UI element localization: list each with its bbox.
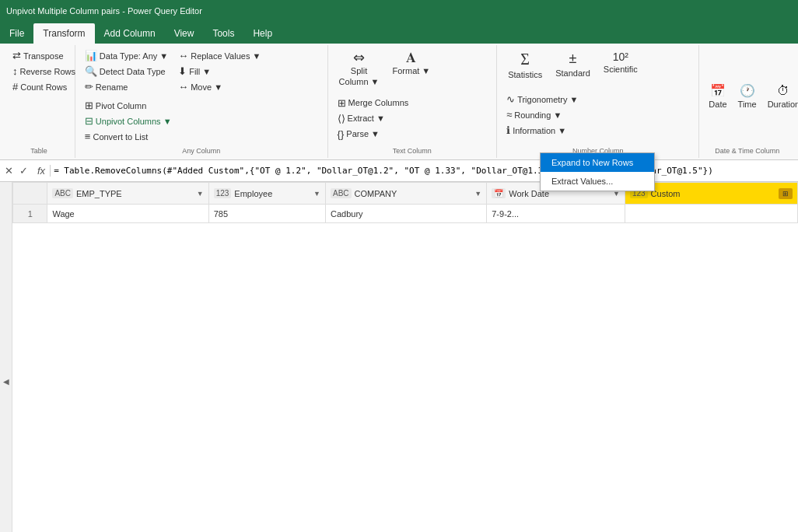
- merge-icon: ⊞: [338, 97, 346, 109]
- detect-icon: 🔍: [85, 65, 97, 77]
- custom-cell-1: [625, 205, 797, 223]
- left-panel-toggle[interactable]: ◀: [0, 182, 12, 532]
- text-col2: 𝐀 Format ▼: [386, 47, 436, 93]
- parse-button[interactable]: {} Parse ▼: [334, 127, 412, 142]
- data-type-icon: 📊: [85, 50, 97, 61]
- formula-text: = Table.RemoveColumns(#"Added Custom",{"…: [54, 166, 795, 176]
- rounding-icon: ≈: [506, 109, 512, 121]
- num-col2: ± Standard: [549, 47, 597, 89]
- format-button[interactable]: 𝐀 Format ▼: [387, 48, 435, 78]
- any-column-buttons: 📊 Data Type: Any ▼ 🔍 Detect Data Type ✏ …: [80, 47, 323, 145]
- fill-icon: ⬇: [178, 65, 187, 77]
- statistics-button[interactable]: Σ Statistics: [503, 48, 547, 82]
- table-row: 1 Wage 785 Cadbury 7-9-2...: [13, 205, 798, 223]
- convert-icon: ≡: [85, 131, 91, 142]
- tab-add-column[interactable]: Add Column: [95, 23, 165, 44]
- count-rows-icon: #: [12, 81, 18, 93]
- date-button[interactable]: 📅 Date: [704, 82, 731, 110]
- employee-filter[interactable]: ▼: [313, 190, 320, 198]
- extract-button[interactable]: ⟨⟩ Extract ▼: [334, 111, 412, 126]
- company-filter[interactable]: ▼: [474, 190, 481, 198]
- count-rows-button[interactable]: # Count Rows: [9, 79, 79, 94]
- ribbon: ⇄ Transpose ↕ Reverse Rows # Count Rows …: [0, 44, 798, 160]
- trigonometry-button[interactable]: ∿ Trigonometry ▼: [503, 92, 581, 107]
- convert-to-list-button[interactable]: ≡ Convert to List: [82, 129, 175, 144]
- data-type-button[interactable]: 📊 Data Type: Any ▼: [82, 48, 171, 63]
- text-col3: ⊞ Merge Columns ⟨⟩ Extract ▼ {} Parse ▼: [333, 94, 414, 146]
- tab-tools[interactable]: Tools: [203, 23, 243, 44]
- rename-button[interactable]: ✏ Rename: [82, 79, 171, 94]
- extract-icon: ⟨⟩: [338, 113, 345, 124]
- unpivot-columns-button[interactable]: ⊟ Unpivot Columns ▼: [82, 114, 175, 128]
- employee-header: 123 Employee ▼: [208, 183, 325, 205]
- info-icon: ℹ: [506, 124, 510, 136]
- emp-type-type-icon: ABC: [52, 188, 73, 198]
- title-bar: Unpivot Multiple Column pairs - Power Qu…: [0, 0, 798, 22]
- fill-button[interactable]: ⬇ Fill ▼: [175, 64, 264, 79]
- title-text: Unpivot Multiple Column pairs - Power Qu…: [6, 6, 202, 16]
- merge-columns-button[interactable]: ⊞ Merge Columns: [334, 96, 412, 110]
- main-area: ◀ ABC EMP_TYPE ▼ 123: [0, 182, 798, 532]
- text-col1: ⇔ Split Column ▼: [333, 47, 386, 93]
- table-col: ⇄ Transpose ↕ Reverse Rows # Count Rows: [8, 47, 80, 145]
- date-time-buttons: 📅 Date 🕐 Time ⏱ Duration: [704, 47, 798, 145]
- reverse-rows-button[interactable]: ↕ Reverse Rows: [9, 64, 79, 79]
- replace-values-button[interactable]: ↔ Replace Values ▼: [175, 48, 264, 63]
- split-column-button[interactable]: ⇔ Split Column ▼: [334, 48, 384, 89]
- extract-values-item[interactable]: Extract Values...: [541, 172, 654, 191]
- information-button[interactable]: ℹ Information ▼: [503, 123, 581, 138]
- trig-icon: ∿: [506, 93, 515, 105]
- pivot-column-button[interactable]: ⊞ Pivot Column: [82, 98, 175, 113]
- company-label: COMPANY: [355, 189, 397, 198]
- cancel-formula-icon[interactable]: ✕: [3, 163, 15, 178]
- standard-button[interactable]: ± Standard: [551, 48, 595, 80]
- number-column-group: Σ Statistics ± Standard 10² Scientific ∿: [497, 45, 699, 158]
- number-column-buttons: Σ Statistics ± Standard 10² Scientific ∿: [502, 47, 694, 145]
- work-date-type-icon: 📅: [492, 188, 506, 198]
- emp-type-label: EMP_TYPE: [76, 189, 122, 198]
- custom-label: Custom: [651, 189, 681, 198]
- row-num-1: 1: [13, 205, 47, 223]
- num-col1: Σ Statistics: [502, 47, 548, 89]
- any-column-group: 📊 Data Type: Any ▼ 🔍 Detect Data Type ✏ …: [75, 45, 328, 158]
- emp-type-header: ABC EMP_TYPE ▼: [47, 183, 208, 205]
- employee-type-icon: 123: [214, 188, 232, 198]
- row-num-header: [13, 183, 47, 205]
- parse-icon: {}: [338, 128, 345, 140]
- transpose-button[interactable]: ⇄ Transpose: [9, 48, 79, 63]
- date-time-group: 📅 Date 🕐 Time ⏱ Duration Date & Time Col…: [699, 45, 795, 158]
- accept-formula-icon[interactable]: ✓: [18, 163, 30, 178]
- custom-filter[interactable]: ⊞: [779, 188, 793, 199]
- emp-type-filter[interactable]: ▼: [197, 190, 204, 198]
- transpose-icon: ⇄: [12, 50, 21, 61]
- duration-button[interactable]: ⏱ Duration: [763, 82, 798, 110]
- detect-data-type-button[interactable]: 🔍 Detect Data Type: [82, 64, 171, 79]
- num-col4: ∿ Trigonometry ▼ ≈ Rounding ▼ ℹ Informat…: [502, 90, 583, 145]
- move-button[interactable]: ↔ Move ▼: [175, 79, 264, 94]
- data-table: ABC EMP_TYPE ▼ 123 Employee ▼: [12, 182, 798, 223]
- any-col1: 📊 Data Type: Any ▼ 🔍 Detect Data Type ✏ …: [80, 47, 173, 96]
- rounding-button[interactable]: ≈ Rounding ▼: [503, 107, 581, 122]
- table-buttons: ⇄ Transpose ↕ Reverse Rows # Count Rows: [8, 47, 80, 145]
- split-icon: ⇔: [353, 51, 365, 65]
- table-group: ⇄ Transpose ↕ Reverse Rows # Count Rows …: [3, 45, 75, 158]
- tab-help[interactable]: Help: [243, 23, 282, 44]
- standard-icon: ±: [569, 51, 577, 67]
- table-area: ABC EMP_TYPE ▼ 123 Employee ▼: [12, 182, 798, 532]
- tab-view[interactable]: View: [165, 23, 204, 44]
- duration-icon: ⏱: [777, 84, 789, 98]
- time-icon: 🕐: [740, 83, 755, 98]
- reverse-rows-icon: ↕: [12, 65, 18, 77]
- unpivot-icon: ⊟: [85, 115, 93, 127]
- time-button[interactable]: 🕐 Time: [733, 82, 761, 110]
- any-column-label: Any Column: [182, 145, 220, 156]
- any-col2: ↔ Replace Values ▼ ⬇ Fill ▼ ↔ Move ▼: [173, 47, 265, 96]
- scientific-button[interactable]: 10² Scientific: [599, 48, 642, 76]
- format-icon: 𝐀: [406, 51, 416, 65]
- ribbon-tabs: File Transform Add Column View Tools Hel…: [0, 22, 798, 44]
- expand-to-new-rows-item[interactable]: Expand to New Rows: [541, 153, 654, 172]
- any-col3: ⊞ Pivot Column ⊟ Unpivot Columns ▼ ≡ Con…: [80, 96, 177, 145]
- num-col3: 10² Scientific: [597, 47, 644, 89]
- tab-transform[interactable]: Transform: [33, 23, 94, 44]
- tab-file[interactable]: File: [0, 23, 33, 44]
